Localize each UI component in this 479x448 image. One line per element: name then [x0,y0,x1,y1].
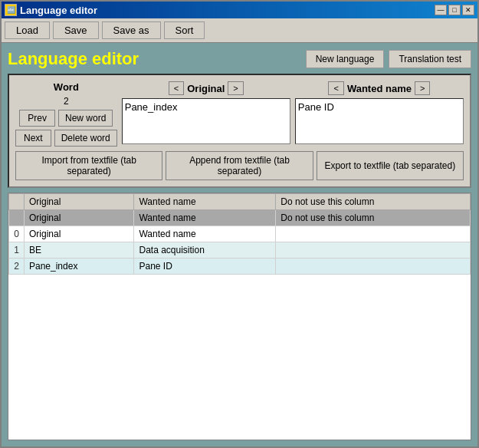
col-original: Original [25,194,134,210]
cell-extra [276,226,471,242]
append-button[interactable]: Append from textfile (tab separated) [166,151,313,180]
prev-button[interactable]: Prev [19,110,55,127]
wanted-prev-arrow[interactable]: < [328,81,343,95]
export-button[interactable]: Export to textfile (tab separated) [317,151,464,180]
title-bar: 🔤 Language editor — □ ✕ [2,2,477,18]
minimize-button[interactable]: — [435,5,447,15]
col-extra: Do not use this column [276,194,471,210]
cell-wanted: Wanted name [134,226,276,242]
cell-num [9,210,25,226]
word-label: Word [54,81,79,93]
header-buttons: New language Translation test [306,50,471,68]
maximize-button[interactable]: □ [448,5,461,15]
cell-extra: Do not use this column [276,210,471,226]
word-section: Word 2 Prev New word Next Delete word [15,81,117,147]
cell-wanted: Pane ID [134,259,276,275]
original-header: < Original > [122,81,290,95]
main-window: 🔤 Language editor — □ ✕ Load Save Save a… [0,0,479,448]
delete-word-button[interactable]: Delete word [54,130,117,147]
app-title: Language editor [8,49,139,69]
word-number: 2 [64,96,69,107]
next-button[interactable]: Next [15,130,51,147]
col-num [9,194,25,210]
cell-original: Pane_index [25,259,134,275]
title-controls: — □ ✕ [435,5,474,15]
cell-wanted: Data acquisition [134,242,276,259]
window-title: Language editor [20,5,97,16]
cell-original: BE [25,242,134,259]
load-button[interactable]: Load [5,21,50,39]
original-label: Original [187,83,225,94]
sort-button[interactable]: Sort [164,21,205,39]
save-button[interactable]: Save [53,21,99,39]
cell-num: 0 [9,226,25,242]
data-table-container: Original Wanted name Do not use this col… [8,193,471,440]
translation-test-button[interactable]: Translation test [389,50,471,68]
table-row: 1BEData acquisition [9,242,471,259]
original-next-arrow[interactable]: > [228,81,243,95]
original-textarea[interactable] [122,98,290,144]
close-button[interactable]: ✕ [462,5,474,15]
next-delete-row: Next Delete word [15,130,117,147]
title-bar-left: 🔤 Language editor [5,4,97,16]
menu-bar: Load Save Save as Sort [2,18,477,43]
cell-original: Original [25,210,134,226]
wanted-section: < Wanted name > [295,81,464,144]
new-word-button[interactable]: New word [58,110,113,127]
app-header: Language editor New language Translation… [8,49,471,69]
content-area: Language editor New language Translation… [2,43,477,446]
new-language-button[interactable]: New language [306,50,385,68]
cell-extra [276,242,471,259]
original-section: < Original > [122,81,290,144]
table-header-row: Original Wanted name Do not use this col… [9,194,471,210]
cell-extra [276,259,471,275]
fields-row: Word 2 Prev New word Next Delete word < [15,81,464,147]
wanted-next-arrow[interactable]: > [415,81,430,95]
app-icon: 🔤 [5,4,17,16]
editor-area: Word 2 Prev New word Next Delete word < [8,74,471,188]
wanted-textarea[interactable] [295,98,464,144]
import-button[interactable]: Import from textfile (tab separated) [15,151,162,180]
save-as-button[interactable]: Save as [102,21,161,39]
cell-num: 2 [9,259,25,275]
table-row: 2Pane_indexPane ID [9,259,471,275]
cell-wanted: Wanted name [134,210,276,226]
col-wanted: Wanted name [134,194,276,210]
wanted-label: Wanted name [347,83,412,94]
prev-next-row: Prev New word [19,110,113,127]
data-table: Original Wanted name Do not use this col… [8,193,471,275]
table-row: 0OriginalWanted name [9,226,471,242]
table-row: OriginalWanted nameDo not use this colum… [9,210,471,226]
wanted-header: < Wanted name > [295,81,464,95]
action-row: Import from textfile (tab separated) App… [15,151,464,180]
cell-original: Original [25,226,134,242]
original-prev-arrow[interactable]: < [169,81,184,95]
cell-num: 1 [9,242,25,259]
